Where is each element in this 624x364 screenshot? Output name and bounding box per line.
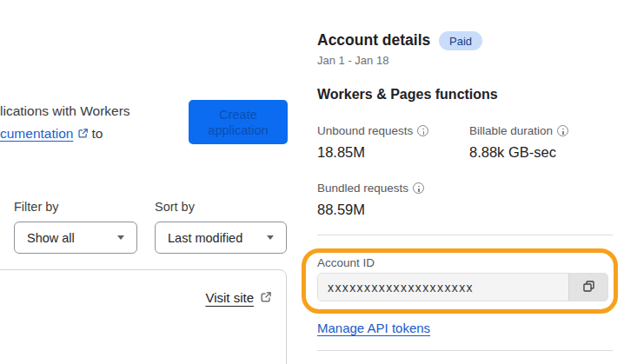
create-application-button[interactable]: Create application <box>189 100 288 144</box>
sort-select[interactable]: Last modified <box>155 222 287 254</box>
filter-selected-value: Show all <box>27 231 75 245</box>
manage-api-tokens-link[interactable]: Manage API tokens <box>317 321 430 335</box>
sort-selected-value: Last modified <box>168 231 242 245</box>
metric-value: 18.85M <box>317 144 428 161</box>
external-link-icon <box>260 291 272 306</box>
visit-site-link[interactable]: Visit site <box>205 290 254 305</box>
intro-line-1: lications with Workers <box>0 100 130 122</box>
intro-suffix: to <box>91 126 103 141</box>
copy-account-id-button[interactable] <box>568 274 607 301</box>
project-card: Visit site <box>0 269 287 364</box>
external-link-icon <box>77 123 89 146</box>
workers-pages-dashboard: lications with Workers cumentationto Cre… <box>0 0 624 364</box>
account-id-label: Account ID <box>317 256 375 269</box>
chevron-down-icon <box>117 235 124 240</box>
functions-section-title: Workers & Pages functions <box>317 87 498 103</box>
metric-billable-duration: Billable duration 8.88k GB-sec <box>469 124 568 161</box>
paid-badge: Paid <box>439 31 482 50</box>
metric-label: Unbound requests <box>317 124 428 137</box>
chevron-down-icon <box>267 235 274 240</box>
metric-bundled-requests: Bundled requests 88.59M <box>317 182 424 218</box>
filter-select[interactable]: Show all <box>14 222 137 254</box>
copy-icon <box>581 279 596 296</box>
metric-label: Bundled requests <box>317 182 424 195</box>
info-icon[interactable] <box>413 182 424 194</box>
metric-unbound-requests: Unbound requests 18.85M <box>317 124 428 161</box>
filter-by-label: Filter by <box>14 200 59 214</box>
account-details-title: Account details <box>317 31 430 50</box>
metric-value: 8.88k GB-sec <box>469 144 568 161</box>
manage-api-tokens: Manage API tokens <box>317 321 430 335</box>
metric-label: Billable duration <box>469 124 568 137</box>
account-id-input[interactable] <box>318 274 568 301</box>
date-range: Jan 1 - Jan 18 <box>317 54 388 67</box>
intro-line-2: cumentationto <box>0 122 130 146</box>
metric-value: 88.59M <box>317 202 424 218</box>
visit-site: Visit site <box>205 290 272 306</box>
info-icon[interactable] <box>417 125 428 136</box>
account-id-field-group <box>317 273 608 301</box>
divider <box>317 235 613 235</box>
documentation-link[interactable]: cumentation <box>0 126 73 141</box>
info-icon[interactable] <box>557 125 568 136</box>
sort-by-label: Sort by <box>155 200 195 214</box>
intro-text: lications with Workers cumentationto <box>0 100 130 146</box>
divider <box>317 350 613 351</box>
